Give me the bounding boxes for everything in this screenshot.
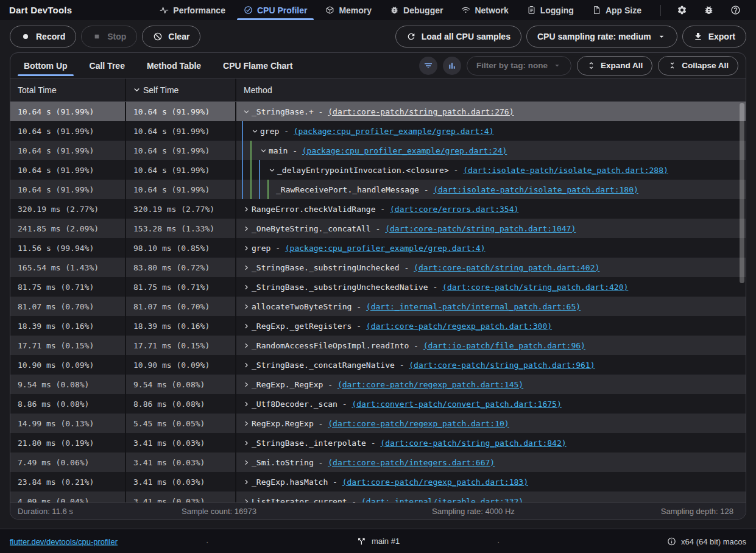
- cpu-sampling-rate-dropdown[interactable]: CPU sampling rate: medium: [526, 26, 677, 48]
- display-options-button[interactable]: [443, 57, 461, 75]
- method-cell: _StringBase.+ - (dart:core-patch/string_…: [236, 102, 746, 121]
- source-link[interactable]: (dart:core-patch/string_patch.dart:402): [414, 263, 599, 272]
- connected-isolate[interactable]: main #1: [356, 537, 400, 546]
- chevron-right-icon[interactable]: [242, 205, 251, 214]
- profile-duration: Duration: 11.6 s: [18, 507, 73, 516]
- chevron-right-icon[interactable]: [242, 380, 251, 389]
- table-row[interactable]: 241.85 ms (2.09%)153.28 ms (1.33%)_OneBy…: [10, 219, 746, 238]
- column-header-method[interactable]: Method: [236, 79, 746, 101]
- tab-method-table[interactable]: Method Table: [136, 53, 212, 78]
- table-row[interactable]: 10.64 s (91.99%)10.64 s (91.99%)grep - (…: [10, 121, 746, 141]
- export-button[interactable]: Export: [682, 26, 746, 48]
- source-link[interactable]: (dart:core-patch/regexp_patch.dart:10): [328, 419, 509, 428]
- chevron-down-icon[interactable]: [250, 127, 260, 136]
- source-link[interactable]: (package:cpu_profiler_example/grep.dart:…: [302, 146, 507, 155]
- chevron-right-icon[interactable]: [242, 477, 251, 487]
- table-row[interactable]: 9.54 ms (0.08%)9.54 ms (0.08%)_RegExp._R…: [10, 375, 746, 394]
- table-row[interactable]: 4.09 ms (0.04%)3.41 ms (0.03%)ListIterat…: [10, 491, 746, 502]
- chevron-down-icon[interactable]: [259, 146, 268, 155]
- tab-cpu-flame-chart[interactable]: CPU Flame Chart: [212, 53, 303, 78]
- nav-tab-memory[interactable]: Memory: [316, 0, 381, 20]
- indent-guide: [242, 141, 250, 160]
- table-row[interactable]: 10.64 s (91.99%)10.64 s (91.99%)_delayEn…: [10, 160, 746, 180]
- table-row[interactable]: 14.99 ms (0.13%)5.45 ms (0.05%)RegExp.Re…: [10, 414, 746, 433]
- chevron-down-icon[interactable]: [267, 166, 277, 175]
- table-row[interactable]: 10.90 ms (0.09%)10.90 ms (0.09%)_StringB…: [10, 355, 746, 375]
- column-header-self-time[interactable]: Self Time: [126, 79, 236, 101]
- help-button[interactable]: [722, 0, 749, 20]
- source-link[interactable]: (package:cpu_profiler_example/grep.dart:…: [294, 127, 494, 136]
- source-link[interactable]: (dart:core-patch/string_patch.dart:842): [380, 439, 566, 448]
- chevron-right-icon[interactable]: [242, 419, 251, 428]
- source-link[interactable]: (dart:io-patch/file_patch.dart:96): [423, 341, 585, 350]
- source-link[interactable]: (dart:core-patch/regexp_patch.dart:145): [337, 380, 523, 389]
- source-link[interactable]: (package:cpu_profiler_example/grep.dart:…: [285, 244, 486, 253]
- nav-tab-app-size[interactable]: App Size: [583, 0, 651, 20]
- table-row[interactable]: 81.75 ms (0.71%)81.75 ms (0.71%)_StringB…: [10, 277, 746, 297]
- chevron-right-icon[interactable]: [242, 302, 251, 311]
- source-link[interactable]: (dart:isolate-patch/isolate_patch.dart:1…: [433, 185, 638, 194]
- chevron-right-icon[interactable]: [242, 497, 251, 503]
- vertical-scrollbar[interactable]: [739, 102, 744, 502]
- nav-tab-debugger[interactable]: Debugger: [381, 0, 452, 20]
- nav-tab-cpu-profiler[interactable]: CPU Profiler: [235, 0, 316, 20]
- column-header-total-time[interactable]: Total Time: [10, 79, 126, 101]
- source-link[interactable]: (dart:core-patch/regexp_patch.dart:300): [366, 322, 552, 331]
- nav-tab-logging[interactable]: Logging: [518, 0, 583, 20]
- nav-tab-network[interactable]: Network: [452, 0, 517, 20]
- chevron-down-icon[interactable]: [242, 107, 251, 116]
- table-row[interactable]: 81.07 ms (0.70%)81.07 ms (0.70%)allocate…: [10, 297, 746, 316]
- scrollbar-thumb[interactable]: [740, 103, 744, 283]
- nav-tab-performance[interactable]: Performance: [150, 0, 235, 20]
- stop-button[interactable]: Stop: [81, 26, 137, 48]
- source-link[interactable]: (dart:_internal-patch/internal_patch.dar…: [366, 302, 581, 311]
- table-row[interactable]: 11.56 s (99.94%)98.10 ms (0.85%)grep - (…: [10, 238, 746, 258]
- source-link[interactable]: (dart:core-patch/string_patch.dart:276): [328, 107, 514, 116]
- record-button[interactable]: Record: [10, 26, 76, 48]
- source-link[interactable]: (dart:core-patch/integers.dart:667): [328, 458, 495, 467]
- table-row[interactable]: 23.84 ms (0.21%)3.41 ms (0.03%)_RegExp.h…: [10, 472, 746, 491]
- chevron-right-icon[interactable]: [242, 400, 251, 409]
- table-row[interactable]: 10.64 s (91.99%)10.64 s (91.99%)main - (…: [10, 141, 746, 160]
- source-link[interactable]: (dart:core-patch/string_patch.dart:961): [409, 361, 595, 370]
- source-link[interactable]: (dart:core/errors.dart:354): [390, 205, 518, 214]
- method-cell: ListIterator.current - (dart:_internal/i…: [236, 491, 746, 502]
- expand-all-button[interactable]: Expand All: [577, 56, 652, 76]
- table-row[interactable]: 10.64 s (91.99%)10.64 s (91.99%)_RawRece…: [10, 180, 746, 199]
- chevron-right-icon[interactable]: [242, 263, 251, 272]
- collapse-all-button[interactable]: Collapse All: [658, 56, 738, 76]
- table-row[interactable]: 165.54 ms (1.43%)83.80 ms (0.72%)_String…: [10, 258, 746, 277]
- source-link[interactable]: (dart:core-patch/regexp_patch.dart:183): [342, 477, 528, 487]
- settings-button[interactable]: [668, 0, 695, 20]
- clear-button[interactable]: Clear: [142, 26, 200, 48]
- chevron-right-icon[interactable]: [242, 341, 251, 350]
- chevron-right-icon[interactable]: [242, 458, 251, 467]
- table-row[interactable]: 10.64 s (91.99%)10.64 s (91.99%)_StringB…: [10, 102, 746, 121]
- filter-by-tag-dropdown[interactable]: Filter by tag: none: [467, 56, 571, 76]
- chevron-right-icon[interactable]: [242, 439, 251, 448]
- source-link[interactable]: (dart:convert-patch/convert_patch.dart:1…: [352, 400, 561, 409]
- chevron-right-icon[interactable]: [242, 361, 251, 370]
- load-all-cpu-samples-button[interactable]: Load all CPU samples: [395, 26, 521, 48]
- table-row[interactable]: 320.19 ms (2.77%)320.19 ms (2.77%)RangeE…: [10, 199, 746, 219]
- table-row[interactable]: 8.86 ms (0.08%)8.86 ms (0.08%)_Utf8Decod…: [10, 394, 746, 414]
- chevron-right-icon[interactable]: [242, 283, 251, 292]
- source-link[interactable]: (dart:isolate-patch/isolate_patch.dart:2…: [463, 166, 668, 175]
- source-link[interactable]: (dart:_internal/iterable.dart:332): [361, 497, 523, 503]
- chevron-right-icon[interactable]: [242, 224, 251, 233]
- table-row[interactable]: 7.49 ms (0.06%)3.41 ms (0.03%)_Smi.toStr…: [10, 453, 746, 472]
- source-link[interactable]: (dart:core-patch/string_patch.dart:1047): [385, 224, 576, 233]
- table-row[interactable]: 21.80 ms (0.19%)3.41 ms (0.03%)_StringBa…: [10, 433, 746, 453]
- table-row[interactable]: 17.71 ms (0.15%)17.71 ms (0.15%)_RandomA…: [10, 336, 746, 355]
- chevron-right-icon[interactable]: [242, 244, 251, 253]
- documentation-link[interactable]: flutter.dev/devtools/cpu-profiler: [10, 537, 118, 546]
- report-bug-button[interactable]: [695, 0, 722, 20]
- table-row[interactable]: 18.39 ms (0.16%)18.39 ms (0.16%)_RegExp.…: [10, 316, 746, 336]
- platform-info[interactable]: x64 (64 bit) macos: [667, 537, 746, 546]
- tab-bottom-up[interactable]: Bottom Up: [13, 53, 79, 78]
- total-time-cell: 10.64 s (91.99%): [10, 121, 126, 141]
- tab-call-tree[interactable]: Call Tree: [79, 53, 136, 78]
- source-link[interactable]: (dart:core-patch/string_patch.dart:420): [442, 283, 628, 292]
- filter-button[interactable]: [419, 57, 437, 75]
- chevron-right-icon[interactable]: [242, 322, 251, 331]
